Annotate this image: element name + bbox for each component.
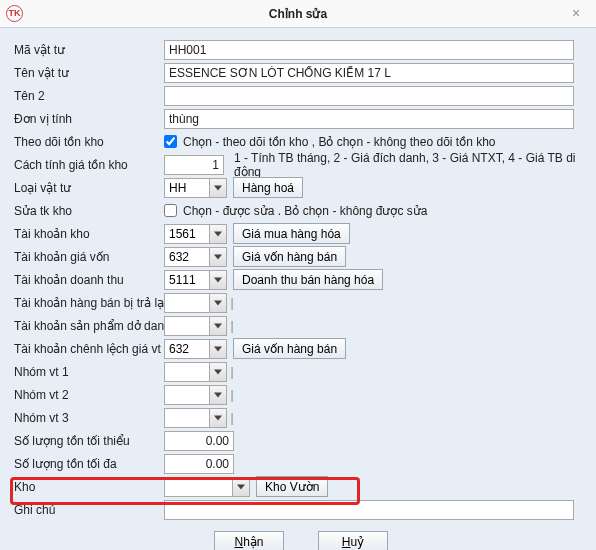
label-tai-khoan-kho: Tài khoản kho [14, 227, 164, 241]
chevron-down-icon[interactable] [232, 477, 250, 497]
nhom-vt-2-combo[interactable] [164, 385, 227, 405]
tk-sp-do-dang-value[interactable] [164, 316, 209, 336]
pipe: | [229, 411, 235, 425]
doanh-thu-ban-hang-hoa-button[interactable]: Doanh thu bán hàng hóa [233, 269, 383, 290]
label-cach-tinh: Cách tính giá tồn kho [14, 158, 164, 172]
label-ma-vat-tu: Mã vật tư [14, 43, 164, 57]
cach-tinh-input[interactable] [164, 155, 224, 175]
nhom-vt-3-value[interactable] [164, 408, 209, 428]
footer: Nhận Huỷ [14, 521, 582, 550]
label-loai-vat-tu: Loại vật tư [14, 181, 164, 195]
cach-tinh-text: 1 - Tính TB tháng, 2 - Giá đích danh, 3 … [234, 151, 582, 179]
tai-khoan-gia-von-value[interactable] [164, 247, 209, 267]
tai-khoan-kho-value[interactable] [164, 224, 209, 244]
label-sua-tk-kho: Sửa tk kho [14, 204, 164, 218]
chevron-down-icon[interactable] [209, 339, 227, 359]
theo-doi-ton-kho-text: Chọn - theo dõi tồn kho , Bỏ chọn - khôn… [183, 135, 496, 149]
label-kho: Kho [14, 480, 164, 494]
chevron-down-icon[interactable] [209, 247, 227, 267]
loai-vat-tu-combo[interactable] [164, 178, 227, 198]
nhom-vt-1-combo[interactable] [164, 362, 227, 382]
tai-khoan-kho-combo[interactable] [164, 224, 227, 244]
label-tk-sp-do-dang: Tài khoản sản phẩm dở dang [14, 319, 164, 333]
sl-ton-toi-thieu-input[interactable] [164, 431, 234, 451]
pipe: | [229, 388, 235, 402]
label-sl-ton-toi-da: Số lượng tồn tối đa [14, 457, 164, 471]
gia-von-hang-ban-button-2[interactable]: Giá vốn hàng bán [233, 338, 346, 359]
tai-khoan-doanh-thu-value[interactable] [164, 270, 209, 290]
pipe: | [229, 296, 235, 310]
kho-vuon-button[interactable]: Kho Vườn [256, 476, 328, 497]
nhom-vt-3-combo[interactable] [164, 408, 227, 428]
title-bar: TK Chỉnh sửa × [0, 0, 596, 28]
tk-chenh-lech-gia-vt-combo[interactable] [164, 339, 227, 359]
chevron-down-icon[interactable] [209, 270, 227, 290]
ma-vat-tu-input[interactable] [164, 40, 574, 60]
gia-mua-hang-hoa-button[interactable]: Giá mua hàng hóa [233, 223, 350, 244]
chevron-down-icon[interactable] [209, 293, 227, 313]
close-button[interactable]: × [556, 0, 596, 28]
chevron-down-icon[interactable] [209, 178, 227, 198]
pipe: | [229, 365, 235, 379]
sl-ton-toi-da-input[interactable] [164, 454, 234, 474]
pipe: | [229, 319, 235, 333]
ghi-chu-input[interactable] [164, 500, 574, 520]
loai-vat-tu-button[interactable]: Hàng hoá [233, 177, 303, 198]
nhom-vt-1-value[interactable] [164, 362, 209, 382]
theo-doi-ton-kho-checkbox[interactable] [164, 135, 177, 148]
tk-hang-ban-tra-lai-combo[interactable] [164, 293, 227, 313]
label-ghi-chu: Ghi chú [14, 503, 164, 517]
label-tk-hang-ban-tra-lai: Tài khoản hàng bán bị trả lại [14, 296, 164, 310]
ten-vat-tu-input[interactable] [164, 63, 574, 83]
kho-value[interactable] [164, 477, 232, 497]
label-tai-khoan-gia-von: Tài khoản giá vốn [14, 250, 164, 264]
tk-sp-do-dang-combo[interactable] [164, 316, 227, 336]
window-title: Chỉnh sửa [269, 7, 327, 21]
label-sl-ton-toi-thieu: Số lượng tồn tối thiểu [14, 434, 164, 448]
tai-khoan-doanh-thu-combo[interactable] [164, 270, 227, 290]
ten-2-input[interactable] [164, 86, 574, 106]
label-tai-khoan-doanh-thu: Tài khoản doanh thu [14, 273, 164, 287]
label-nhom-vt-2: Nhóm vt 2 [14, 388, 164, 402]
app-icon: TK [6, 5, 23, 22]
chevron-down-icon[interactable] [209, 385, 227, 405]
label-theo-doi-ton-kho: Theo dõi tồn kho [14, 135, 164, 149]
label-don-vi-tinh: Đơn vị tính [14, 112, 164, 126]
label-ten-vat-tu: Tên vật tư [14, 66, 164, 80]
huy-button[interactable]: Huỷ [318, 531, 388, 550]
label-ten-2: Tên 2 [14, 89, 164, 103]
tai-khoan-gia-von-combo[interactable] [164, 247, 227, 267]
nhan-button[interactable]: Nhận [214, 531, 284, 550]
tk-chenh-lech-gia-vt-value[interactable] [164, 339, 209, 359]
tk-hang-ban-tra-lai-value[interactable] [164, 293, 209, 313]
label-nhom-vt-3: Nhóm vt 3 [14, 411, 164, 425]
chevron-down-icon[interactable] [209, 408, 227, 428]
kho-combo[interactable] [164, 477, 250, 497]
sua-tk-kho-text: Chọn - được sửa . Bỏ chọn - không được s… [183, 204, 427, 218]
don-vi-tinh-input[interactable] [164, 109, 574, 129]
loai-vat-tu-value[interactable] [164, 178, 209, 198]
gia-von-hang-ban-button[interactable]: Giá vốn hàng bán [233, 246, 346, 267]
form-body: Mã vật tư Tên vật tư Tên 2 Đơn vị tính T… [0, 28, 596, 550]
nhom-vt-2-value[interactable] [164, 385, 209, 405]
chevron-down-icon[interactable] [209, 316, 227, 336]
label-tk-chenh-lech-gia-vt: Tài khoản chênh lệch giá vt [14, 342, 164, 356]
label-nhom-vt-1: Nhóm vt 1 [14, 365, 164, 379]
sua-tk-kho-checkbox[interactable] [164, 204, 177, 217]
chevron-down-icon[interactable] [209, 362, 227, 382]
chevron-down-icon[interactable] [209, 224, 227, 244]
